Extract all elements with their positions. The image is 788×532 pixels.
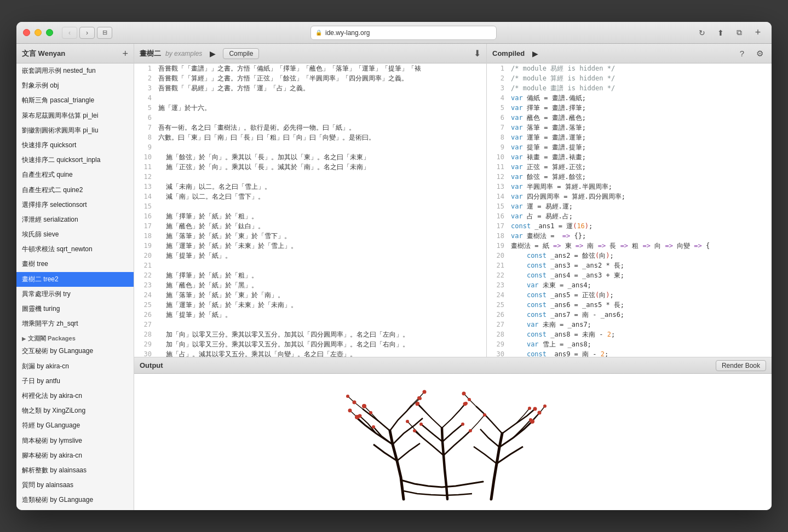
compiled-line-15[interactable]: 15var 運 = 易經.運; — [487, 201, 772, 211]
source-line-29[interactable]: 29 加「向」以零又三分。乘其以零又五分。加其以「四分圓周率」。名之曰「右向」。 — [134, 339, 486, 349]
new-tab-button[interactable]: + — [751, 27, 765, 39]
sidebar-package-akira_cn[interactable]: 刻漏 by akira-cn — [16, 359, 134, 374]
compiled-line-11[interactable]: 11var 正弦 = 算經.正弦; — [487, 162, 772, 172]
compiled-line-13[interactable]: 13var 半圓周率 = 算經.半圓周率; — [487, 182, 772, 192]
sidebar-item-pi_lei[interactable]: 萊布尼茲圓周率估算 pi_lei — [16, 108, 134, 123]
sidebar-item-serialization[interactable]: 澤泄經 serialization — [16, 212, 134, 227]
sidebar-package-gl_language3[interactable]: 造類秘術 by GLanguage — [16, 493, 134, 507]
compiled-line-12[interactable]: 12var 餘弦 = 算經.餘弦; — [487, 172, 772, 182]
back-button[interactable]: ‹ — [62, 27, 77, 39]
download-button[interactable]: ⬇ — [474, 48, 481, 59]
sidebar-item-quicksort[interactable]: 快速排序 quicksort — [16, 138, 134, 153]
minimize-button[interactable] — [34, 29, 42, 36]
compile-button[interactable]: Compile — [223, 48, 259, 59]
packages-section[interactable]: ▶文淵閣 Packages — [16, 331, 134, 344]
sidebar-item-quine[interactable]: 自產生程式 quine — [16, 167, 134, 182]
sidebar-item-turing[interactable]: 圖靈機 turing — [16, 302, 134, 316]
source-line-30[interactable]: 30 施「占」。減其以零又五分。乘其以「向變」。名之曰「左壺」。 — [134, 349, 486, 357]
source-line-3[interactable]: 3吾嘗觀「「易經」」之書。方悟「運」「占」之義。 — [134, 83, 486, 93]
sidebar-package-alainsaas2[interactable]: 質問 by alainsaas — [16, 478, 134, 493]
refresh-button[interactable]: ↻ — [695, 27, 709, 39]
source-line-2[interactable]: 2吾嘗觀「「算經」」之書。方悟「正弦」「餘弦」「半圓周率」「四分圓周率」之義。 — [134, 73, 486, 83]
settings-button[interactable]: ⚙ — [753, 47, 766, 60]
sidebar-item-pascal_triangle[interactable]: 帕斯三角 pascal_triangle — [16, 93, 134, 108]
source-run-button[interactable]: ▶ — [206, 48, 218, 60]
source-line-12[interactable]: 12 — [134, 172, 486, 182]
compiled-line-9[interactable]: 9var 提筆 = 畫譜.提筆; — [487, 142, 772, 152]
source-line-9[interactable]: 9 — [134, 142, 486, 152]
sidebar-item-selectionsort[interactable]: 選擇排序 selectionsort — [16, 198, 134, 212]
compiled-line-3[interactable]: 3/* module 畫譜 is hidden */ — [487, 83, 772, 93]
compiled-editor[interactable]: 1/* module 易經 is hidden */2/* module 算經 … — [487, 63, 772, 357]
source-line-27[interactable]: 27 — [134, 320, 486, 329]
compiled-line-5[interactable]: 5var 擇筆 = 畫譜.擇筆; — [487, 103, 772, 113]
sidebar-item-nested_fun[interactable]: 嵌套調用示例 nested_fun — [16, 63, 134, 78]
source-line-22[interactable]: 22 施「擇筆」於「紙」於「粗」。 — [134, 270, 486, 280]
compiled-line-8[interactable]: 8var 運筆 = 畫譜.運筆; — [487, 132, 772, 142]
source-line-13[interactable]: 13 減「未南」以二。名之曰「雪上」。 — [134, 182, 486, 192]
sidebar-item-pi_liu[interactable]: 劉徽割圓術求圓周率 pi_liu — [16, 123, 134, 138]
copy-button[interactable]: ⧉ — [732, 27, 746, 39]
source-line-21[interactable]: 21 — [134, 261, 486, 270]
source-line-4[interactable]: 4 — [134, 93, 486, 103]
compiled-line-27[interactable]: 27 var 未南 = _ans7; — [487, 320, 772, 329]
source-line-7[interactable]: 7吾有一術。名之曰「畫樹法」。欲行是術。必先得一物。曰「紙」。 — [134, 123, 486, 132]
help-button[interactable]: ? — [735, 47, 749, 60]
compiled-line-14[interactable]: 14var 四分圓周率 = 算經.四分圓周率; — [487, 192, 772, 201]
compiled-line-22[interactable]: 22 const _ans4 = _ans3 + 東; — [487, 270, 772, 280]
source-line-20[interactable]: 20 施「提筆」於「紙」。 — [134, 251, 486, 261]
compiled-line-1[interactable]: 1/* module 易經 is hidden */ — [487, 63, 772, 73]
compiled-line-16[interactable]: 16var 占 = 易經.占; — [487, 211, 772, 221]
source-line-16[interactable]: 16 施「擇筆」於「紙」於「粗」。 — [134, 211, 486, 221]
source-line-18[interactable]: 18 施「落筆」於「紙」於「東」於「雪下」。 — [134, 231, 486, 241]
sidebar-package-alainsaas[interactable]: 解析整數 by alainsaas — [16, 463, 134, 478]
compiled-line-19[interactable]: 19畫樹法 = 紙 => 東 => 南 => 長 => 粗 => 向 => 向變… — [487, 241, 772, 251]
sidebar-item-obj[interactable]: 對象示例 obj — [16, 78, 134, 93]
sidebar-package-lymslive[interactable]: 簡本秘術 by lymslive — [16, 433, 134, 448]
sidebar-package-gl_language2[interactable]: 符經 by GLanguage — [16, 418, 134, 433]
sidebar-item-try[interactable]: 異常處理示例 try — [16, 287, 134, 302]
source-line-1[interactable]: 1吾嘗觀「「畫譜」」之書。方悟「備紙」「擇筆」「蘸色」「落筆」「運筆」「提筆」「… — [134, 63, 486, 73]
source-line-15[interactable]: 15 — [134, 201, 486, 211]
compiled-line-28[interactable]: 28 const _ans8 = 未南 - 2; — [487, 329, 772, 339]
compiled-line-30[interactable]: 30 const _ans9 = 南 - 2; — [487, 349, 772, 357]
share-button[interactable]: ⬆ — [714, 27, 728, 39]
compiled-line-10[interactable]: 10var 裱畫 = 畫譜.裱畫; — [487, 152, 772, 162]
render-book-button[interactable]: Render Book — [716, 360, 766, 371]
compiled-line-17[interactable]: 17const _ans1 = 運(16); — [487, 221, 772, 231]
sidebar-item-quine2[interactable]: 自產生程式二 quine2 — [16, 183, 134, 198]
compiled-line-21[interactable]: 21 const _ans3 = _ans2 * 長; — [487, 261, 772, 270]
compiled-line-2[interactable]: 2/* module 算經 is hidden */ — [487, 73, 772, 83]
compiled-line-29[interactable]: 29 var 雪上 = _ans8; — [487, 339, 772, 349]
source-line-8[interactable]: 8六數。曰「東」曰「南」曰「長」曰「粗」曰「向」曰「向變」。是術曰。 — [134, 132, 486, 142]
sidebar-item-sqrt_newton[interactable]: 牛頓求根法 sqrt_newton — [16, 242, 134, 257]
sidebar-item-quicksort_inplace[interactable]: 快速排序二 quicksort_inpla — [16, 153, 134, 167]
sidebar-package-xingzilong2[interactable]: 連加連乘 by XingZiLong — [16, 507, 134, 510]
maximize-button[interactable] — [46, 29, 53, 36]
source-line-6[interactable]: 6 — [134, 113, 486, 123]
source-line-23[interactable]: 23 施「蘸色」於「紙」於「黑」。 — [134, 280, 486, 290]
sidebar-package-akira_cn2[interactable]: 柯裡化法 by akira-cn — [16, 389, 134, 403]
compiled-line-20[interactable]: 20 const _ans2 = 餘弦(向); — [487, 251, 772, 261]
tab-button[interactable]: ⊟ — [97, 27, 112, 39]
compiled-line-26[interactable]: 26 const _ans7 = 南 - _ans6; — [487, 310, 772, 320]
sidebar-package-antfu[interactable]: 子日 by antfu — [16, 374, 134, 389]
close-button[interactable] — [23, 29, 30, 36]
source-line-28[interactable]: 28 加「向」以零又三分。乘其以零又五分。加其以「四分圓周率」。名之曰「左向」。 — [134, 329, 486, 339]
source-editor[interactable]: 1吾嘗觀「「畫譜」」之書。方悟「備紙」「擇筆」「蘸色」「落筆」「運筆」「提筆」「… — [134, 63, 486, 357]
compiled-line-25[interactable]: 25 const _ans6 = _ans5 * 長; — [487, 300, 772, 310]
source-line-11[interactable]: 11 施「正弦」於「向」。乘其以「長」。減其於「南」。名之曰「未南」 — [134, 162, 486, 172]
sidebar-item-zh_sqrt[interactable]: 增乘開平方 zh_sqrt — [16, 316, 134, 331]
forward-button[interactable]: › — [79, 27, 95, 39]
compiled-line-18[interactable]: 18var 畫樹法 = => {}; — [487, 231, 772, 241]
source-line-26[interactable]: 26 施「提筆」於「紙」。 — [134, 310, 486, 320]
sidebar-package-akira_cn3[interactable]: 腳本秘術 by akira-cn — [16, 448, 134, 463]
source-line-19[interactable]: 19 施「運筆」於「紙」於「未東」於「雪上」。 — [134, 241, 486, 251]
compiled-line-7[interactable]: 7var 落筆 = 畫譜.落筆; — [487, 123, 772, 132]
source-line-5[interactable]: 5施「運」於十六。 — [134, 103, 486, 113]
sidebar-item-tree2[interactable]: 畫樹二 tree2 — [16, 272, 134, 287]
sidebar-item-sieve[interactable]: 埃氏篩 sieve — [16, 227, 134, 242]
sidebar-item-tree[interactable]: 畫樹 tree — [16, 257, 134, 271]
compiled-line-24[interactable]: 24 const _ans5 = 正弦(向); — [487, 290, 772, 300]
compiled-line-23[interactable]: 23 var 未東 = _ans4; — [487, 280, 772, 290]
